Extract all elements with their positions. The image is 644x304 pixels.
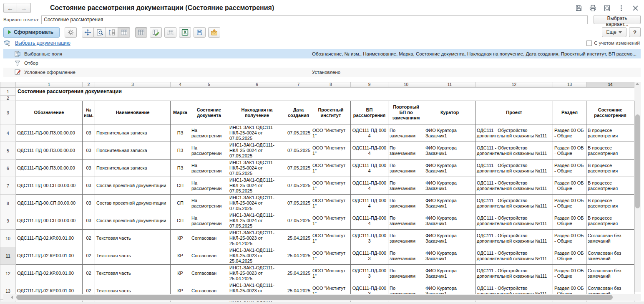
forward-button[interactable]: → bbox=[17, 3, 31, 13]
blank-cell[interactable] bbox=[16, 96, 634, 101]
variant-input[interactable] bbox=[41, 15, 588, 24]
table-cell[interactable]: По замечаниям bbox=[388, 124, 424, 142]
settings-row[interactable]: Отбор bbox=[3, 58, 641, 68]
table-cell[interactable]: ОДС111 - Обустройство дополнительной скв… bbox=[475, 212, 553, 230]
column-number[interactable]: 9 bbox=[351, 82, 388, 88]
table-cell[interactable]: ОДС111-ПД-0003 bbox=[351, 230, 388, 247]
row-number[interactable]: 1 bbox=[0, 88, 16, 96]
table-cell[interactable]: По замечаниям bbox=[388, 177, 424, 195]
table-cell[interactable]: СП bbox=[171, 212, 190, 230]
vertical-scrollbar[interactable] bbox=[634, 82, 641, 292]
table-cell[interactable]: ПЗ bbox=[171, 142, 190, 160]
back-button[interactable]: ← bbox=[3, 3, 17, 13]
table-cell[interactable]: ОДС111-ПД-02.КР.00.01.00 bbox=[16, 230, 83, 247]
header-cell[interactable]: Повторный БП по замечаниям bbox=[388, 101, 424, 124]
header-cell[interactable]: Раздел bbox=[553, 101, 586, 124]
table-cell[interactable]: Раздел 00 ОБ - Общие bbox=[553, 195, 586, 212]
table-cell[interactable]: ОДС111-ПД-0004 bbox=[351, 142, 388, 160]
table-cell[interactable]: ОДС111-ПД-0003 bbox=[351, 247, 388, 265]
table-cell[interactable]: 07.05.2025 bbox=[286, 195, 311, 212]
column-number[interactable]: 5 bbox=[190, 82, 228, 88]
table-cell[interactable]: Согласован без замечаний bbox=[586, 265, 634, 282]
table-cell[interactable]: ООО "Институт 1" bbox=[311, 265, 351, 282]
row-number[interactable]: 5 bbox=[0, 142, 16, 160]
table-cell[interactable]: СП bbox=[171, 195, 190, 212]
table-cell[interactable]: Раздел 00 ОБ - Общие bbox=[553, 247, 586, 265]
column-number[interactable]: 14 bbox=[586, 82, 634, 88]
table-cell[interactable]: Согласован без замечаний bbox=[586, 230, 634, 247]
table-cell[interactable]: ОДС111-ПД-00.ПЗ.00.00.00 bbox=[16, 124, 83, 142]
table-cell[interactable]: На рассмотрении bbox=[190, 212, 228, 230]
header-cell[interactable]: № изм. bbox=[83, 101, 95, 124]
table-cell[interactable]: ПЗ bbox=[171, 160, 190, 177]
table-cell[interactable]: 03 bbox=[83, 124, 95, 142]
table-cell[interactable]: ИНС1-ЗАК1-ОДС111-НКЛ-25-0024 от 07.05.20… bbox=[228, 177, 286, 195]
table-cell[interactable]: ОДС111-ПД-02.КР.00.01.00 bbox=[16, 265, 83, 282]
table-cell[interactable]: ОДС111 - Обустройство дополнительной скв… bbox=[475, 230, 553, 247]
header-cell[interactable]: Обозначение bbox=[16, 101, 83, 124]
table-cell[interactable]: 07.05.2025 bbox=[286, 142, 311, 160]
table-cell[interactable]: Состав проектной документации bbox=[95, 195, 171, 212]
table-cell[interactable]: 03 bbox=[83, 195, 95, 212]
table-cell[interactable]: ООО "Институт 1" bbox=[311, 195, 351, 212]
table-cell[interactable]: Раздел 00 ОБ - Общие bbox=[553, 160, 586, 177]
table-cell[interactable]: Раздел 00 ОБ - Общие bbox=[553, 265, 586, 282]
header-cell[interactable]: Проект bbox=[475, 101, 553, 124]
column-number[interactable]: 13 bbox=[553, 82, 586, 88]
table-cell[interactable]: В процессе рассмотрения bbox=[586, 160, 634, 177]
header-cell[interactable]: Марка bbox=[171, 101, 190, 124]
table-cell[interactable]: Состав проектной документации bbox=[95, 177, 171, 195]
table-cell[interactable]: Согласован без замечаний bbox=[586, 247, 634, 265]
table-cell[interactable]: На рассмотрении bbox=[190, 195, 228, 212]
edit-table-icon[interactable] bbox=[150, 27, 162, 38]
row-number[interactable]: 7 bbox=[0, 177, 16, 195]
table-cell[interactable]: Раздел 00 ОБ - Общие bbox=[553, 142, 586, 160]
vertical-scroll-thumb[interactable] bbox=[635, 114, 640, 208]
settings-row[interactable]: Условное оформлениеУстановлено bbox=[3, 68, 641, 77]
table-cell[interactable]: 07.05.2025 bbox=[286, 212, 311, 230]
move-mode-icon[interactable] bbox=[82, 27, 94, 38]
export-excel-icon[interactable]: X bbox=[179, 27, 191, 38]
table-cell[interactable]: ИНС1-ЗАК1-ОДС111-НКЛ-25-0024 от 07.05.20… bbox=[228, 212, 286, 230]
report-settings-icon[interactable] bbox=[65, 27, 77, 38]
table-cell[interactable]: На рассмотрении bbox=[190, 142, 228, 160]
table-cell[interactable]: КР bbox=[171, 247, 190, 265]
table-cell[interactable]: 07.05.2025 bbox=[286, 124, 311, 142]
table-cell[interactable]: ОДС111-ПД-02.КР.00.01.00 bbox=[16, 247, 83, 265]
table-cell[interactable]: ПЗ bbox=[171, 124, 190, 142]
table-cell[interactable]: ОДС111 - Обустройство дополнительной скв… bbox=[475, 142, 553, 160]
column-number[interactable]: 10 bbox=[388, 82, 424, 88]
report-title-cell[interactable]: Состояние рассмотрения документации bbox=[16, 88, 634, 96]
column-number[interactable]: 8 bbox=[311, 82, 351, 88]
table-cell[interactable]: ФИО Куратора Заказчик1 bbox=[424, 160, 475, 177]
table-cell[interactable]: Согласован bbox=[190, 247, 228, 265]
column-number[interactable]: 7 bbox=[286, 82, 311, 88]
column-number[interactable]: 3 bbox=[95, 82, 171, 88]
horizontal-scroll-thumb[interactable] bbox=[16, 295, 613, 300]
table-cell[interactable]: 02 bbox=[83, 265, 95, 282]
horizontal-scrollbar[interactable] bbox=[3, 294, 641, 301]
table-columns-icon[interactable] bbox=[118, 27, 130, 38]
table-cell[interactable]: Текстовая часть bbox=[95, 230, 171, 247]
generate-button[interactable]: Сформировать bbox=[3, 27, 60, 38]
table-cell[interactable]: ФИО Куратора Заказчик1 bbox=[424, 247, 475, 265]
header-cell[interactable]: Проектный институт bbox=[311, 101, 351, 124]
table-cell[interactable]: ОДС111 - Обустройство дополнительной скв… bbox=[475, 265, 553, 282]
table-cell[interactable]: По замечаниям bbox=[388, 160, 424, 177]
send-email-icon[interactable] bbox=[208, 27, 220, 38]
table-cell[interactable]: 03 bbox=[83, 212, 95, 230]
header-cell[interactable]: Наименование bbox=[95, 101, 171, 124]
table-cell[interactable]: По замечаниям bbox=[388, 265, 424, 282]
table-cell[interactable]: 07.05.2025 bbox=[286, 160, 311, 177]
table-cell[interactable]: ИНС1-ЗАК1-ОДС111-НКЛ-25-0024 от 07.05.20… bbox=[228, 142, 286, 160]
column-number[interactable]: 6 bbox=[228, 82, 286, 88]
corner-cell[interactable] bbox=[0, 82, 16, 88]
table-cell[interactable]: ФИО Куратора Заказчик1 bbox=[424, 230, 475, 247]
table-cell[interactable]: ОДС111-ПД-0004 bbox=[351, 212, 388, 230]
help-button[interactable]: ? bbox=[629, 27, 641, 37]
changes-checkbox[interactable] bbox=[586, 41, 592, 46]
table-cell[interactable]: ООО "Институт 1" bbox=[311, 230, 351, 247]
row-number[interactable]: 10 bbox=[0, 230, 16, 247]
settings-row[interactable]: Выбранные поляОбозначение, № изм., Наиме… bbox=[3, 49, 641, 58]
table-cell[interactable]: По замечаниям bbox=[388, 212, 424, 230]
